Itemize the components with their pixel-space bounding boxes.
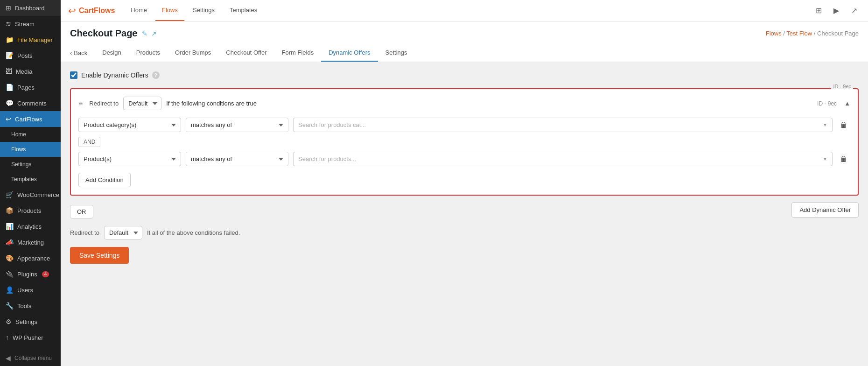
external-link-icon[interactable]: ↗: [151, 30, 157, 37]
condition-type-select-2[interactable]: Product(s): [78, 152, 181, 166]
sidebar-item-users[interactable]: 👤 Users: [0, 282, 61, 298]
sidebar-item-label: Plugins: [17, 271, 37, 278]
enable-row: Enable Dynamic Offers ?: [70, 71, 859, 79]
edit-icon[interactable]: ✎: [142, 30, 147, 37]
sidebar-item-label: Analytics: [17, 223, 42, 230]
tab-checkout-offer[interactable]: Checkout Offer: [218, 44, 274, 62]
sidebar-item-label: Pages: [17, 84, 35, 91]
delete-condition-2-button[interactable]: 🗑: [837, 153, 850, 166]
topbar: ↩ CartFlows Home Flows Settings Template…: [61, 0, 868, 21]
drag-handle-icon[interactable]: ≡: [78, 99, 83, 108]
delete-condition-1-button[interactable]: 🗑: [837, 119, 850, 132]
main-wrapper: ↩ CartFlows Home Flows Settings Template…: [61, 0, 868, 366]
or-button[interactable]: OR: [70, 205, 93, 218]
sidebar-item-settings[interactable]: ⚙ Settings: [0, 314, 61, 330]
sidebar-item-label: Settings: [15, 318, 37, 325]
analytics-icon: 📊: [6, 223, 14, 230]
default-redirect-select[interactable]: Default: [104, 226, 142, 239]
tab-order-bumps[interactable]: Order Bumps: [168, 44, 218, 62]
tab-back[interactable]: ‹ Back: [70, 45, 95, 61]
video-icon-btn[interactable]: ▶: [830, 4, 843, 17]
sidebar-item-wp-pusher[interactable]: ↑ WP Pusher: [0, 330, 61, 345]
add-condition-button[interactable]: Add Condition: [78, 173, 131, 187]
sidebar-item-label: Collapse menu: [14, 355, 52, 361]
sidebar-item-comments[interactable]: 💬 Comments: [0, 95, 61, 111]
sidebar-item-templates-sub[interactable]: Templates: [0, 172, 61, 187]
breadcrumb-flow[interactable]: Test Flow: [786, 30, 812, 37]
condition-search-1[interactable]: Search for products cat... ▼: [293, 118, 833, 132]
sidebar-item-settings-sub[interactable]: Settings: [0, 157, 61, 172]
topbar-nav-flows[interactable]: Flows: [155, 0, 184, 21]
tab-form-fields[interactable]: Form Fields: [274, 44, 322, 62]
condition-row-2: Product(s) matches any of Search for pro…: [78, 152, 850, 166]
add-dynamic-offer-button[interactable]: Add Dynamic Offer: [791, 202, 859, 218]
marketing-icon: 📣: [6, 239, 14, 246]
sidebar-item-collapse[interactable]: ◀ Collapse menu: [0, 350, 61, 366]
sidebar-item-tools[interactable]: 🔧 Tools: [0, 298, 61, 314]
stream-icon: ≋: [6, 20, 11, 28]
logo: ↩ CartFlows: [68, 5, 115, 16]
sidebar-item-pages[interactable]: 📄 Pages: [0, 79, 61, 95]
products-icon: 📦: [6, 207, 14, 214]
condition-type-select-1[interactable]: Product category(s): [78, 118, 181, 132]
topbar-nav-templates[interactable]: Templates: [223, 0, 264, 21]
redirect-label: Redirect to: [89, 100, 119, 107]
sidebar-item-home-sub[interactable]: Home: [0, 127, 61, 142]
enable-dynamic-checkbox[interactable]: [70, 71, 77, 79]
sidebar-item-label: Posts: [17, 52, 33, 59]
external-icon-btn[interactable]: ↗: [847, 4, 861, 17]
or-row: OR Add Dynamic Offer: [70, 201, 859, 218]
page-title-icons: ✎ ↗: [142, 30, 157, 37]
enable-label[interactable]: Enable Dynamic Offers: [81, 71, 148, 79]
woocommerce-icon: 🛒: [6, 191, 14, 198]
condition-operator-select-2[interactable]: matches any of: [186, 152, 288, 166]
page-title: Checkout Page: [70, 28, 137, 39]
users-icon: 👤: [6, 286, 14, 294]
topbar-nav-settings[interactable]: Settings: [186, 0, 221, 21]
sidebar-sub-label: Home: [11, 131, 26, 138]
condition-operator-select-1[interactable]: matches any of: [186, 118, 288, 132]
sidebar-item-plugins[interactable]: 🔌 Plugins 4: [0, 266, 61, 282]
content-area: Checkout Page ✎ ↗ Flows / Test Flow / Ch…: [61, 21, 868, 366]
chevron-down-icon: ▼: [823, 122, 827, 127]
sidebar-item-label: Products: [17, 207, 41, 214]
sidebar-item-label: Media: [16, 68, 32, 75]
sidebar-item-analytics[interactable]: 📊 Analytics: [0, 218, 61, 234]
sidebar-item-flows-sub[interactable]: Flows: [0, 142, 61, 157]
topbar-nav-home[interactable]: Home: [124, 0, 154, 21]
sidebar-item-label: Comments: [17, 100, 47, 107]
sidebar-item-media[interactable]: 🖼 Media: [0, 63, 61, 79]
save-settings-button[interactable]: Save Settings: [70, 247, 129, 264]
sidebar-item-appearance[interactable]: 🎨 Appearance: [0, 250, 61, 266]
page-header: Checkout Page ✎ ↗ Flows / Test Flow / Ch…: [61, 21, 868, 62]
help-icon[interactable]: ?: [152, 71, 160, 79]
breadcrumb-flows[interactable]: Flows: [766, 30, 782, 37]
sidebar-item-stream[interactable]: ≋ Stream: [0, 16, 61, 32]
tab-design[interactable]: Design: [95, 44, 128, 62]
redirect-select[interactable]: Default: [123, 97, 161, 110]
sidebar-item-cartflows[interactable]: ↩ CartFlows: [0, 111, 61, 127]
page-title-row: Checkout Page ✎ ↗: [70, 28, 157, 39]
sidebar-item-products[interactable]: 📦 Products: [0, 203, 61, 218]
tab-products[interactable]: Products: [129, 44, 168, 62]
sidebar-item-posts[interactable]: 📝 Posts: [0, 48, 61, 63]
sidebar-item-dashboard[interactable]: ⊞ Dashboard: [0, 0, 61, 16]
sidebar-sub-label: Flows: [11, 146, 26, 153]
default-redirect-row: Redirect to Default If all of the above …: [70, 226, 859, 239]
default-redirect-text: If all of the above conditions failed.: [147, 229, 240, 236]
sidebar-item-label: Users: [17, 287, 33, 294]
sidebar-item-woocommerce[interactable]: 🛒 WooCommerce: [0, 187, 61, 203]
sidebar-item-label: WooCommerce: [17, 191, 59, 198]
sidebar-item-label: Stream: [15, 21, 35, 28]
sidebar-item-file-manager[interactable]: 📁 File Manager: [0, 32, 61, 48]
topbar-actions: ⊞ ▶ ↗: [812, 4, 861, 17]
tools-icon: 🔧: [6, 302, 14, 310]
condition-search-2[interactable]: Search for products... ▼: [293, 152, 833, 166]
media-icon: 🖼: [6, 68, 12, 75]
collapse-block-icon[interactable]: ▲: [844, 100, 850, 107]
page-icon-btn[interactable]: ⊞: [812, 4, 825, 17]
sidebar-sub-label: Settings: [11, 161, 31, 168]
sidebar-item-marketing[interactable]: 📣 Marketing: [0, 234, 61, 250]
tab-settings[interactable]: Settings: [378, 44, 415, 62]
tab-dynamic-offers[interactable]: Dynamic Offers: [321, 44, 378, 62]
